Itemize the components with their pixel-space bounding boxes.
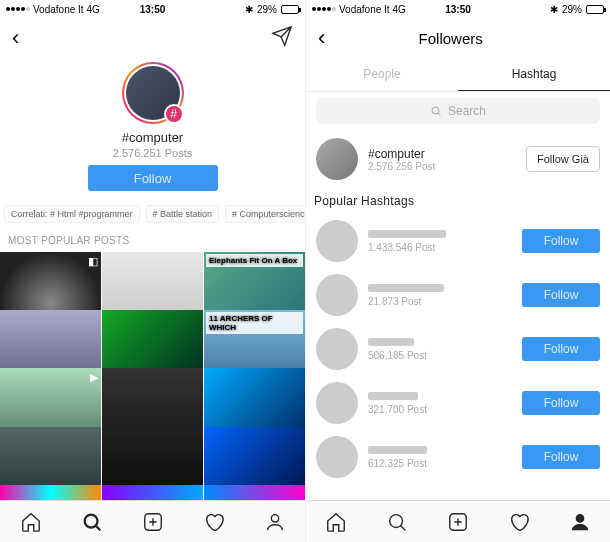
nav-add-icon[interactable] xyxy=(141,510,165,534)
back-button[interactable]: ‹ xyxy=(318,25,325,51)
phone-left: Vodafone It 4G 13:50 ✱ 29% ‹ # #computer… xyxy=(0,0,305,542)
follow-button[interactable]: Follow xyxy=(522,445,600,469)
svg-point-3 xyxy=(432,107,439,114)
related-chip[interactable]: Correlati: # Html #programmer xyxy=(4,205,140,223)
hashtag-name-redacted xyxy=(368,392,418,400)
follower-tabs: People Hashtag xyxy=(306,58,610,92)
search-input[interactable]: Search xyxy=(316,98,600,124)
page-title: Followers xyxy=(325,30,576,47)
bluetooth-icon: ✱ xyxy=(550,4,558,15)
svg-point-0 xyxy=(84,514,97,527)
hashtag-row: 1.433.546 PostFollow xyxy=(306,214,610,268)
battery-icon xyxy=(586,5,604,14)
hashtag-list: 1.433.546 PostFollow21.873 PostFollow506… xyxy=(306,214,610,542)
avatar[interactable] xyxy=(316,328,358,370)
phone-right: Vodafone It 4G 13:50 ✱ 29% ‹ Followers P… xyxy=(305,0,610,542)
nav-bar xyxy=(306,500,610,542)
follow-already-button[interactable]: Follow Già xyxy=(526,146,600,172)
signal-icon xyxy=(312,7,336,11)
section-label: MOST POPULAR POSTS xyxy=(0,229,305,252)
svg-point-2 xyxy=(271,514,278,521)
status-bar: Vodafone It 4G 13:50 ✱ 29% xyxy=(306,0,610,18)
profile-handle: #computer xyxy=(122,130,183,145)
follow-button[interactable]: Follow xyxy=(522,229,600,253)
top-hashtag-row: #computer 2.576.256 Post Follow Già xyxy=(306,130,610,188)
top-bar: ‹ xyxy=(0,18,305,58)
profile-header: # #computer 2.576.251 Posts Follow xyxy=(0,58,305,199)
related-chips: Correlati: # Html #programmer# Battle st… xyxy=(0,199,305,229)
carrier-label: Vodafone It 4G xyxy=(33,4,100,15)
nav-heart-icon[interactable] xyxy=(507,510,531,534)
follow-button[interactable]: Follow xyxy=(88,165,218,191)
nav-add-icon[interactable] xyxy=(446,510,470,534)
avatar[interactable] xyxy=(316,220,358,262)
posts-grid: ◧Elephants Fit On A Box11 ARCHERS OF WHI… xyxy=(0,252,305,542)
svg-point-4 xyxy=(390,514,403,527)
battery-icon xyxy=(281,5,299,14)
bluetooth-icon: ✱ xyxy=(245,4,253,15)
nav-search-icon[interactable] xyxy=(385,510,409,534)
clock: 13:50 xyxy=(140,4,166,15)
hashtag-handle: #computer xyxy=(368,147,516,161)
search-icon xyxy=(430,105,442,117)
battery-pct: 29% xyxy=(562,4,582,15)
battery-pct: 29% xyxy=(257,4,277,15)
hashtag-row: 506.185 PostFollow xyxy=(306,322,610,376)
tab-hashtag[interactable]: Hashtag xyxy=(458,58,610,91)
follow-button[interactable]: Follow xyxy=(522,337,600,361)
nav-profile-icon[interactable] xyxy=(568,510,592,534)
hashtag-name-redacted xyxy=(368,446,427,454)
hashtag-posts: 2.576.256 Post xyxy=(368,161,516,172)
hashtag-post-count: 1.433.546 Post xyxy=(368,242,512,253)
follow-button[interactable]: Follow xyxy=(522,391,600,415)
carrier-label: Vodafone It 4G xyxy=(339,4,406,15)
posts-count: 2.576.251 Posts xyxy=(113,147,193,159)
signal-icon xyxy=(6,7,30,11)
section-label: Popular Hashtags xyxy=(306,188,610,214)
hashtag-row: 321.700 PostFollow xyxy=(306,376,610,430)
hashtag-row: 612.325 PostFollow xyxy=(306,430,610,484)
nav-heart-icon[interactable] xyxy=(202,510,226,534)
hashtag-row: 21.873 PostFollow xyxy=(306,268,610,322)
hashtag-name-redacted xyxy=(368,284,444,292)
nav-search-icon[interactable] xyxy=(80,510,104,534)
nav-home-icon[interactable] xyxy=(19,510,43,534)
related-chip[interactable]: # Computerscience xyxy=(225,205,305,223)
avatar[interactable] xyxy=(316,382,358,424)
back-button[interactable]: ‹ xyxy=(12,25,19,51)
search-placeholder: Search xyxy=(448,104,486,118)
clock: 13:50 xyxy=(445,4,471,15)
status-bar: Vodafone It 4G 13:50 ✱ 29% xyxy=(0,0,305,18)
carousel-icon: ◧ xyxy=(88,255,98,268)
hashtag-post-count: 612.325 Post xyxy=(368,458,512,469)
avatar[interactable]: # xyxy=(122,62,184,124)
hashtag-name-redacted xyxy=(368,338,414,346)
avatar[interactable] xyxy=(316,138,358,180)
avatar[interactable] xyxy=(316,274,358,316)
top-bar: ‹ Followers xyxy=(306,18,610,58)
nav-profile-icon[interactable] xyxy=(263,510,287,534)
avatar[interactable] xyxy=(316,436,358,478)
hashtag-post-count: 506.185 Post xyxy=(368,350,512,361)
nav-home-icon[interactable] xyxy=(324,510,348,534)
svg-point-6 xyxy=(576,514,583,521)
video-icon: ▶ xyxy=(90,371,98,384)
follow-button[interactable]: Follow xyxy=(522,283,600,307)
hashtag-name-redacted xyxy=(368,230,446,238)
tab-people[interactable]: People xyxy=(306,58,458,91)
hashtag-post-count: 321.700 Post xyxy=(368,404,512,415)
hashtag-post-count: 21.873 Post xyxy=(368,296,512,307)
hashtag-badge-icon: # xyxy=(164,104,184,124)
direct-message-icon[interactable] xyxy=(271,25,293,51)
related-chip[interactable]: # Battle station xyxy=(146,205,220,223)
nav-bar xyxy=(0,500,305,542)
